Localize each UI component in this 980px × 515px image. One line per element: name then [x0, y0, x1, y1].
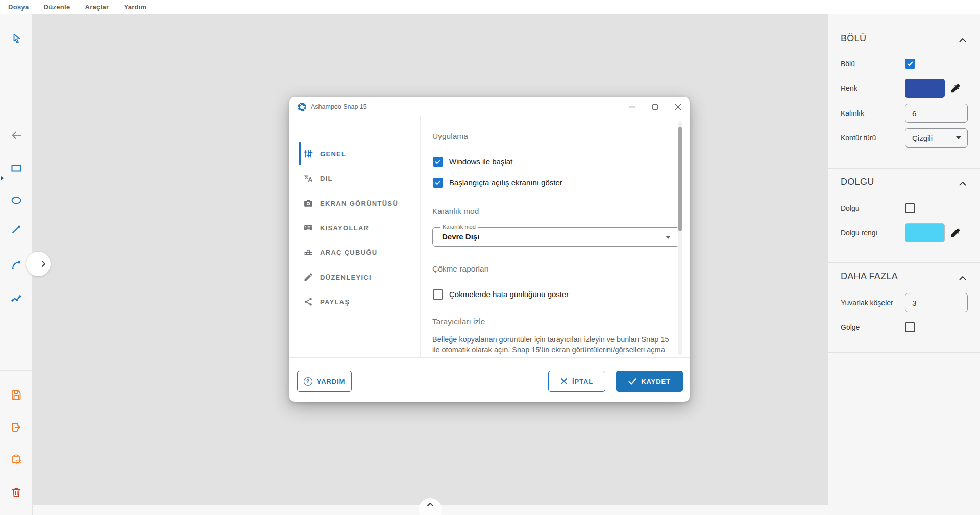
scrollbar-thumb[interactable]	[678, 127, 682, 231]
undo-back-arrow-icon[interactable]	[9, 128, 23, 142]
dark-mode-select[interactable]: Karanlık mod Devre Dışı	[432, 227, 679, 247]
line-tool-icon[interactable]	[9, 222, 23, 236]
section-heading-tarayicilar: Tarayıcıları izle	[432, 317, 485, 326]
check-icon	[628, 378, 636, 385]
windows-startup-checkbox[interactable]	[433, 157, 443, 167]
rectangle-tool-icon[interactable]	[9, 161, 23, 176]
menu-dosya[interactable]: Dosya	[8, 3, 29, 11]
keyboard-icon	[303, 222, 314, 233]
toolbox-icon	[303, 247, 314, 258]
camera-icon	[303, 198, 314, 209]
menu-bar: Dosya Düzenle Araçlar Yardım	[0, 0, 980, 14]
app-window: Dosya Düzenle Araçlar Yardım	[0, 0, 980, 515]
fill-color-swatch[interactable]	[905, 223, 945, 242]
paste-clipboard-icon[interactable]	[9, 452, 23, 467]
trash-icon[interactable]	[9, 485, 23, 499]
eyedropper-icon[interactable]	[950, 83, 961, 94]
tab-dil[interactable]: DIL	[289, 166, 420, 190]
chevron-up-icon	[959, 276, 966, 280]
select-cursor-icon[interactable]	[9, 31, 23, 45]
tab-genel[interactable]: GENEL	[289, 141, 420, 166]
label-dolgu: Dolgu	[841, 204, 860, 212]
label-yuvarlak-koseler: Yuvarlak köşeler	[841, 299, 893, 307]
edit-pencil-icon	[303, 272, 314, 283]
close-button[interactable]	[667, 97, 690, 116]
save-button[interactable]: KAYDET	[616, 371, 683, 392]
maximize-icon	[652, 104, 658, 110]
select-floating-label: Karanlık mod	[440, 224, 478, 230]
ashampoo-logo-icon	[298, 103, 306, 111]
dropdown-arrow-icon	[666, 236, 671, 239]
panel-divider	[828, 168, 980, 169]
eyedropper-icon[interactable]	[950, 227, 961, 238]
chevron-up-icon	[959, 38, 966, 42]
rounded-corners-input[interactable]	[905, 293, 968, 312]
menu-yardim[interactable]: Yardım	[124, 3, 146, 11]
crash-log-checkbox[interactable]	[433, 289, 443, 300]
section-title-dolgu: DOLGU	[841, 177, 874, 187]
toolbar-divider	[0, 370, 33, 371]
thickness-input[interactable]	[905, 104, 968, 123]
dark-mode-value: Devre Dışı	[442, 232, 479, 241]
section-title-bolu: BÖLÜ	[841, 33, 866, 44]
chevron-up-icon	[959, 181, 966, 186]
tab-ekran-goruntusu[interactable]: EKRAN GÖRÜNTÜSÜ	[289, 191, 420, 215]
tab-duzenleyici[interactable]: DÜZENLEYICI	[289, 265, 420, 289]
label-dolgu-rengi: Dolgu rengi	[841, 229, 877, 237]
collapse-section-daha-fazla-button[interactable]	[959, 273, 967, 281]
bolu-checkbox[interactable]	[905, 59, 915, 69]
contour-type-select[interactable]: Çizgili	[905, 128, 968, 148]
dolgu-checkbox[interactable]	[905, 203, 915, 213]
toolbar-expand-button[interactable]	[26, 252, 51, 276]
dialog-title: Ashampoo Snap 15	[311, 103, 367, 110]
section-title-daha-fazla: DAHA FAZLA	[841, 271, 898, 282]
settings-content: Uygulama Windows ile başlat Başlangıçta …	[431, 116, 681, 357]
label-kontur-turu: Kontür türü	[841, 134, 876, 142]
dialog-titlebar: Ashampoo Snap 15	[289, 97, 690, 116]
check-icon	[434, 179, 442, 187]
save-icon[interactable]	[9, 388, 23, 402]
dialog-footer: ? YARDIM İPTAL KAYDET	[289, 357, 690, 402]
settings-dialog: Ashampoo Snap 15 GENEL	[289, 97, 690, 402]
check-icon	[906, 60, 914, 68]
scanners-description: Belleğe kopyalanan görüntüler için taray…	[432, 334, 680, 355]
tab-kisayollar[interactable]: KISAYOLLAR	[289, 215, 420, 240]
nav-divider	[420, 116, 421, 357]
label-renk: Renk	[841, 84, 857, 92]
cancel-button[interactable]: İPTAL	[548, 371, 605, 392]
tab-paylas[interactable]: PAYLAŞ	[289, 289, 420, 314]
settings-nav: GENEL DIL EKRAN GÖRÜNTÜSÜ KISAYOLLAR	[289, 116, 420, 357]
polyline-tool-icon[interactable]	[9, 291, 23, 305]
maximize-button[interactable]	[644, 97, 667, 116]
splash-screen-checkbox[interactable]	[433, 178, 443, 188]
panel-divider	[828, 352, 980, 353]
help-button[interactable]: ? YARDIM	[297, 371, 352, 392]
tune-icon	[303, 148, 314, 159]
tab-arac-cubugu[interactable]: ARAÇ ÇUBUĞU	[289, 240, 420, 264]
help-icon: ?	[304, 377, 312, 386]
stroke-color-swatch[interactable]	[905, 79, 945, 98]
contour-type-value: Çizgili	[912, 134, 933, 142]
collapse-section-dolgu-button[interactable]	[959, 179, 967, 187]
menu-araclar[interactable]: Araçlar	[85, 3, 109, 11]
check-icon	[434, 158, 442, 166]
minimize-icon	[629, 104, 635, 110]
translate-icon	[303, 173, 314, 184]
close-icon	[675, 104, 681, 110]
curve-tool-icon[interactable]	[9, 258, 23, 272]
section-heading-karanlik-mod: Karanlık mod	[432, 207, 479, 216]
panel-divider	[828, 262, 980, 263]
golge-checkbox[interactable]	[905, 322, 915, 332]
label-bolu: Bölü	[841, 60, 855, 68]
collapse-section-bolu-button[interactable]	[959, 35, 967, 43]
label-golge: Gölge	[841, 323, 860, 331]
chevron-right-icon	[41, 260, 46, 267]
toolbar-divider	[0, 59, 33, 59]
expand-bottom-panel-button[interactable]	[419, 498, 442, 515]
label-kalinlik: Kalınlık	[841, 109, 864, 117]
close-icon	[560, 378, 568, 385]
minimize-button[interactable]	[621, 97, 644, 116]
menu-duzenle[interactable]: Düzenle	[44, 3, 70, 11]
export-icon[interactable]	[9, 420, 23, 434]
ellipse-tool-icon[interactable]	[9, 193, 23, 207]
